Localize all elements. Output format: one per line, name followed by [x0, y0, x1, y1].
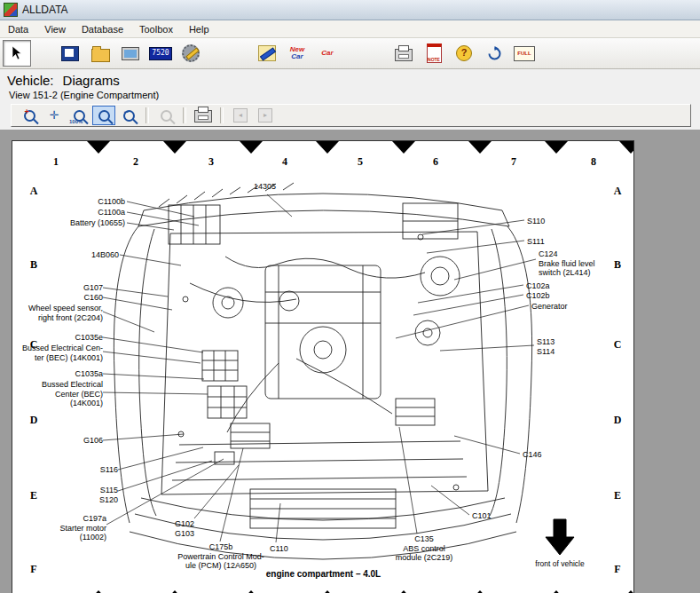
zoom-in-icon: + [24, 110, 35, 122]
view-title: View 151-2 (Engine Compartment) [7, 90, 700, 100]
zoom-in-button[interactable]: + [18, 106, 41, 125]
records-monitor-button[interactable] [116, 40, 145, 67]
menu-database[interactable]: Database [74, 22, 131, 36]
full-gauge-button[interactable]: FULL [510, 40, 539, 67]
part-label-bec-2: Bussed Electrical Center (BEC) (14K001) [42, 380, 103, 408]
part-label-g102-g103: G102 G103 [175, 519, 194, 538]
odometer-icon: 7520 [149, 47, 172, 60]
zoom-window-button[interactable] [92, 106, 115, 125]
menu-data[interactable]: Data [0, 22, 36, 36]
previous-view-button[interactable]: ◂ [229, 106, 252, 125]
grid-column-label: 7 [505, 155, 523, 169]
cursor-icon [10, 45, 24, 61]
note-icon: NOTE [427, 43, 442, 63]
grid-column-label: 4 [276, 155, 294, 169]
grid-column-label: 1 [47, 155, 65, 169]
part-label-c175b-pcm: C175b Powertrain Control Mod- ule (PCM) … [167, 542, 275, 571]
part-label-s110: S110 [527, 217, 545, 226]
grid-marker [163, 141, 186, 154]
grid-row-label: F [25, 563, 43, 576]
part-label-g107: G107 [83, 283, 103, 293]
pointer-tool-button[interactable] [3, 40, 31, 67]
edit-settings-button[interactable] [177, 40, 205, 67]
grid-marker [545, 141, 568, 154]
grid-marker [240, 141, 263, 154]
journal-button[interactable] [56, 40, 84, 67]
grid-row-label: A [609, 185, 626, 198]
menu-view[interactable]: View [36, 22, 74, 36]
sign-pen-button[interactable] [253, 40, 281, 67]
part-label-generator: Generator [531, 302, 568, 312]
refresh-icon [487, 46, 502, 61]
grid-marker [619, 141, 634, 154]
help-button[interactable]: ? [450, 40, 478, 67]
menu-toolbox[interactable]: Toolbox [131, 22, 181, 36]
section-name: Diagrams [63, 73, 120, 88]
zoom-out-icon [161, 110, 172, 122]
grid-marker [87, 141, 110, 154]
zoom-toolbar-wrap: + ✛ 100% − ◂ ▸ [0, 102, 700, 130]
part-label-s113-s114: S113 S114 [537, 337, 554, 356]
grid-row-label: E [25, 489, 43, 502]
header-area: Vehicle:Diagrams View 151-2 (Engine Comp… [0, 69, 700, 102]
part-label-c160: C160 [83, 293, 103, 303]
part-label-c102b: C102b [526, 291, 550, 301]
open-folder-button[interactable] [86, 40, 114, 67]
grid-column-label: 8 [585, 155, 602, 169]
grid-row-label: D [609, 414, 626, 427]
grid-column-label: 6 [427, 155, 444, 169]
folder-icon [91, 49, 110, 62]
part-label-wheel-speed-sensor: Wheel speed sensor, right front (2C204) [28, 304, 103, 322]
part-label-c146: C146 [523, 450, 542, 460]
odometer-button[interactable]: 7520 [146, 40, 175, 67]
diagram-caption: engine compartment – 4.0L [250, 569, 397, 579]
part-label-bec-1: Bussed Electrical Cen- ter (BEC) (14K001… [22, 344, 103, 362]
part-label-c135-abs: C135 ABS control module (2C219) [383, 534, 465, 563]
window-title: ALLDATA [22, 4, 68, 16]
app-icon [4, 3, 18, 17]
vehicle-label: Vehicle: [7, 73, 54, 88]
pen-icon [258, 45, 276, 61]
zoom-window-icon [98, 110, 110, 122]
new-car-button[interactable]: NewCar [283, 40, 311, 67]
part-label-14b060: 14B060 [91, 250, 119, 260]
next-view-button[interactable]: ▸ [254, 106, 277, 125]
grid-row-label: F [609, 563, 626, 576]
print-view-button[interactable] [192, 106, 215, 125]
grid-row-label: A [25, 185, 43, 198]
part-label-c1100b: C1100b [98, 197, 125, 207]
zoom-dynamic-button[interactable]: − [117, 106, 140, 125]
menu-help[interactable]: Help [181, 22, 217, 36]
part-label-c101: C101 [472, 511, 492, 521]
grid-column-label: 5 [351, 155, 369, 169]
grid-marker [392, 141, 415, 154]
print-button[interactable] [389, 40, 418, 67]
grid-row-label: B [25, 258, 43, 272]
grid-row-label: D [25, 414, 43, 427]
grid-marker [316, 141, 339, 154]
part-label-c1035e: C1035e [75, 333, 103, 343]
help-icon: ? [456, 45, 472, 61]
title-bar[interactable]: ALLDATA [0, 0, 700, 20]
car-button[interactable]: Car [313, 40, 342, 67]
previous-view-icon: ◂ [233, 108, 248, 123]
part-label-g106: G106 [83, 436, 103, 446]
printer-icon [395, 49, 413, 61]
zoom-toolbar: + ✛ 100% − ◂ ▸ [11, 104, 691, 127]
part-label-c124-brake-fluid: C124 Brake fluid level switch (2L414) [539, 249, 595, 278]
grid-row-label: C [609, 338, 626, 352]
part-label-s111: S111 [527, 237, 545, 247]
printer-icon [194, 110, 212, 123]
zoom-out-button[interactable] [154, 106, 177, 125]
grid-row-label: B [609, 258, 626, 272]
note-button[interactable]: NOTE [420, 40, 448, 67]
refresh-button[interactable] [480, 40, 508, 67]
diagram-viewport[interactable]: 1 2 3 4 5 6 7 8 A B C D E F A B C D E F … [0, 130, 700, 593]
part-label-battery: Battery (10655) [70, 218, 125, 228]
full-gauge-icon: FULL [514, 46, 535, 61]
pan-button[interactable]: ✛ [43, 106, 66, 125]
car-icon: Car [321, 50, 333, 57]
zoom-100-button[interactable]: 100% [67, 106, 90, 125]
monitor-icon [122, 47, 139, 60]
front-of-vehicle-label: front of vehicle [524, 559, 595, 568]
